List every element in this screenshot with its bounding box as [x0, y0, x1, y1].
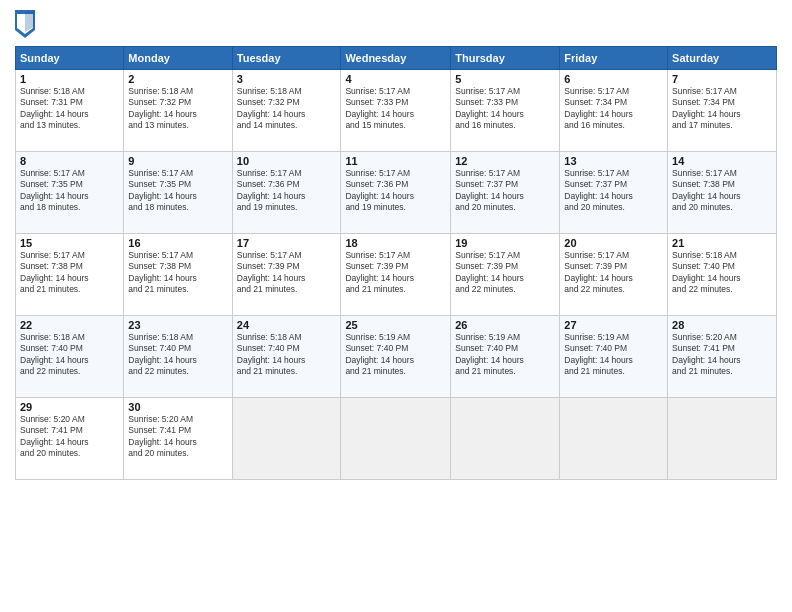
calendar-week-row: 22 Sunrise: 5:18 AMSunset: 7:40 PMDaylig… — [16, 316, 777, 398]
calendar-cell: 12 Sunrise: 5:17 AMSunset: 7:37 PMDaylig… — [451, 152, 560, 234]
day-info: Sunrise: 5:20 AMSunset: 7:41 PMDaylight:… — [128, 414, 227, 460]
day-info: Sunrise: 5:20 AMSunset: 7:41 PMDaylight:… — [672, 332, 772, 378]
day-number: 9 — [128, 155, 227, 167]
day-number: 6 — [564, 73, 663, 85]
day-number: 14 — [672, 155, 772, 167]
day-number: 18 — [345, 237, 446, 249]
day-number: 12 — [455, 155, 555, 167]
day-number: 8 — [20, 155, 119, 167]
day-info: Sunrise: 5:17 AMSunset: 7:37 PMDaylight:… — [564, 168, 663, 214]
calendar-cell — [232, 398, 341, 480]
day-number: 21 — [672, 237, 772, 249]
day-info: Sunrise: 5:18 AMSunset: 7:32 PMDaylight:… — [237, 86, 337, 132]
day-number: 26 — [455, 319, 555, 331]
day-info: Sunrise: 5:17 AMSunset: 7:33 PMDaylight:… — [455, 86, 555, 132]
day-number: 20 — [564, 237, 663, 249]
calendar-cell: 2 Sunrise: 5:18 AMSunset: 7:32 PMDayligh… — [124, 70, 232, 152]
calendar-cell: 14 Sunrise: 5:17 AMSunset: 7:38 PMDaylig… — [668, 152, 777, 234]
calendar-cell: 30 Sunrise: 5:20 AMSunset: 7:41 PMDaylig… — [124, 398, 232, 480]
day-number: 30 — [128, 401, 227, 413]
weekday-header-tuesday: Tuesday — [232, 47, 341, 70]
logo — [15, 10, 39, 38]
calendar-cell: 4 Sunrise: 5:17 AMSunset: 7:33 PMDayligh… — [341, 70, 451, 152]
day-info: Sunrise: 5:17 AMSunset: 7:36 PMDaylight:… — [237, 168, 337, 214]
calendar-cell — [560, 398, 668, 480]
weekday-header-wednesday: Wednesday — [341, 47, 451, 70]
calendar-cell: 7 Sunrise: 5:17 AMSunset: 7:34 PMDayligh… — [668, 70, 777, 152]
calendar-week-row: 8 Sunrise: 5:17 AMSunset: 7:35 PMDayligh… — [16, 152, 777, 234]
calendar-cell: 17 Sunrise: 5:17 AMSunset: 7:39 PMDaylig… — [232, 234, 341, 316]
calendar-cell: 1 Sunrise: 5:18 AMSunset: 7:31 PMDayligh… — [16, 70, 124, 152]
day-number: 22 — [20, 319, 119, 331]
calendar-week-row: 1 Sunrise: 5:18 AMSunset: 7:31 PMDayligh… — [16, 70, 777, 152]
day-info: Sunrise: 5:17 AMSunset: 7:38 PMDaylight:… — [672, 168, 772, 214]
day-number: 15 — [20, 237, 119, 249]
header — [15, 10, 777, 38]
calendar-cell: 8 Sunrise: 5:17 AMSunset: 7:35 PMDayligh… — [16, 152, 124, 234]
day-number: 23 — [128, 319, 227, 331]
calendar-week-row: 15 Sunrise: 5:17 AMSunset: 7:38 PMDaylig… — [16, 234, 777, 316]
calendar-cell — [341, 398, 451, 480]
day-number: 27 — [564, 319, 663, 331]
day-number: 24 — [237, 319, 337, 331]
day-number: 1 — [20, 73, 119, 85]
calendar-cell: 9 Sunrise: 5:17 AMSunset: 7:35 PMDayligh… — [124, 152, 232, 234]
day-info: Sunrise: 5:18 AMSunset: 7:40 PMDaylight:… — [672, 250, 772, 296]
calendar-cell: 16 Sunrise: 5:17 AMSunset: 7:38 PMDaylig… — [124, 234, 232, 316]
calendar-cell: 3 Sunrise: 5:18 AMSunset: 7:32 PMDayligh… — [232, 70, 341, 152]
day-info: Sunrise: 5:17 AMSunset: 7:35 PMDaylight:… — [20, 168, 119, 214]
day-number: 3 — [237, 73, 337, 85]
day-info: Sunrise: 5:20 AMSunset: 7:41 PMDaylight:… — [20, 414, 119, 460]
day-info: Sunrise: 5:18 AMSunset: 7:40 PMDaylight:… — [20, 332, 119, 378]
day-info: Sunrise: 5:19 AMSunset: 7:40 PMDaylight:… — [564, 332, 663, 378]
day-info: Sunrise: 5:17 AMSunset: 7:39 PMDaylight:… — [345, 250, 446, 296]
day-info: Sunrise: 5:19 AMSunset: 7:40 PMDaylight:… — [345, 332, 446, 378]
calendar-cell: 10 Sunrise: 5:17 AMSunset: 7:36 PMDaylig… — [232, 152, 341, 234]
day-info: Sunrise: 5:17 AMSunset: 7:38 PMDaylight:… — [128, 250, 227, 296]
day-info: Sunrise: 5:17 AMSunset: 7:39 PMDaylight:… — [455, 250, 555, 296]
calendar-cell: 24 Sunrise: 5:18 AMSunset: 7:40 PMDaylig… — [232, 316, 341, 398]
day-number: 10 — [237, 155, 337, 167]
page: SundayMondayTuesdayWednesdayThursdayFrid… — [0, 0, 792, 612]
weekday-header-row: SundayMondayTuesdayWednesdayThursdayFrid… — [16, 47, 777, 70]
calendar-cell: 18 Sunrise: 5:17 AMSunset: 7:39 PMDaylig… — [341, 234, 451, 316]
day-info: Sunrise: 5:17 AMSunset: 7:37 PMDaylight:… — [455, 168, 555, 214]
day-number: 16 — [128, 237, 227, 249]
calendar-cell: 23 Sunrise: 5:18 AMSunset: 7:40 PMDaylig… — [124, 316, 232, 398]
day-info: Sunrise: 5:17 AMSunset: 7:36 PMDaylight:… — [345, 168, 446, 214]
day-number: 7 — [672, 73, 772, 85]
day-info: Sunrise: 5:18 AMSunset: 7:40 PMDaylight:… — [128, 332, 227, 378]
day-info: Sunrise: 5:17 AMSunset: 7:39 PMDaylight:… — [564, 250, 663, 296]
day-info: Sunrise: 5:18 AMSunset: 7:40 PMDaylight:… — [237, 332, 337, 378]
calendar-cell: 11 Sunrise: 5:17 AMSunset: 7:36 PMDaylig… — [341, 152, 451, 234]
weekday-header-monday: Monday — [124, 47, 232, 70]
weekday-header-saturday: Saturday — [668, 47, 777, 70]
day-number: 28 — [672, 319, 772, 331]
calendar-cell: 27 Sunrise: 5:19 AMSunset: 7:40 PMDaylig… — [560, 316, 668, 398]
calendar-cell: 19 Sunrise: 5:17 AMSunset: 7:39 PMDaylig… — [451, 234, 560, 316]
day-number: 5 — [455, 73, 555, 85]
calendar-cell: 26 Sunrise: 5:19 AMSunset: 7:40 PMDaylig… — [451, 316, 560, 398]
day-number: 2 — [128, 73, 227, 85]
day-number: 17 — [237, 237, 337, 249]
day-info: Sunrise: 5:17 AMSunset: 7:33 PMDaylight:… — [345, 86, 446, 132]
day-info: Sunrise: 5:17 AMSunset: 7:35 PMDaylight:… — [128, 168, 227, 214]
calendar-cell: 22 Sunrise: 5:18 AMSunset: 7:40 PMDaylig… — [16, 316, 124, 398]
calendar-table: SundayMondayTuesdayWednesdayThursdayFrid… — [15, 46, 777, 480]
calendar-cell: 13 Sunrise: 5:17 AMSunset: 7:37 PMDaylig… — [560, 152, 668, 234]
weekday-header-friday: Friday — [560, 47, 668, 70]
calendar-cell: 5 Sunrise: 5:17 AMSunset: 7:33 PMDayligh… — [451, 70, 560, 152]
day-info: Sunrise: 5:18 AMSunset: 7:32 PMDaylight:… — [128, 86, 227, 132]
calendar-week-row: 29 Sunrise: 5:20 AMSunset: 7:41 PMDaylig… — [16, 398, 777, 480]
day-number: 29 — [20, 401, 119, 413]
day-number: 25 — [345, 319, 446, 331]
day-info: Sunrise: 5:17 AMSunset: 7:38 PMDaylight:… — [20, 250, 119, 296]
day-info: Sunrise: 5:17 AMSunset: 7:39 PMDaylight:… — [237, 250, 337, 296]
day-info: Sunrise: 5:17 AMSunset: 7:34 PMDaylight:… — [564, 86, 663, 132]
weekday-header-sunday: Sunday — [16, 47, 124, 70]
calendar-cell: 15 Sunrise: 5:17 AMSunset: 7:38 PMDaylig… — [16, 234, 124, 316]
calendar-cell: 20 Sunrise: 5:17 AMSunset: 7:39 PMDaylig… — [560, 234, 668, 316]
day-number: 19 — [455, 237, 555, 249]
logo-icon — [15, 10, 35, 38]
calendar-cell — [451, 398, 560, 480]
